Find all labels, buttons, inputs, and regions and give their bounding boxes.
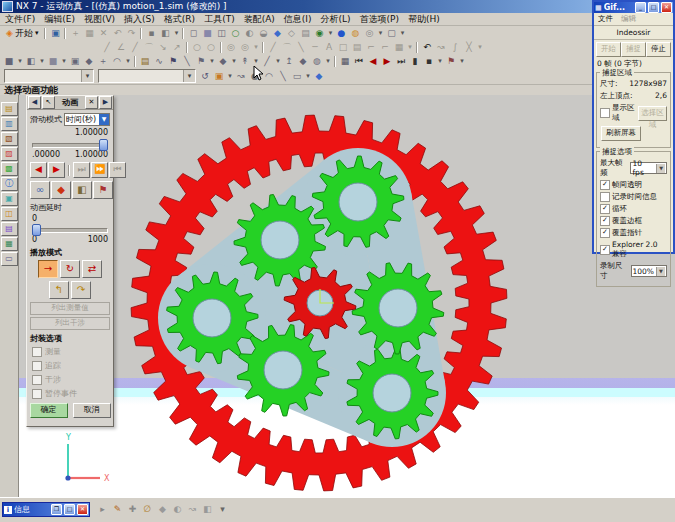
toolbar-icon[interactable]: ◆ [83, 55, 96, 67]
play-loop-icon[interactable]: ↻ [60, 260, 80, 278]
toolbar-icon[interactable]: ▾ [377, 27, 384, 39]
marker-icon[interactable]: ⚑ [93, 181, 113, 199]
maximize-button[interactable]: □ [648, 2, 659, 13]
toolbar-icon[interactable]: ▾ [305, 70, 312, 82]
system-materials-icon[interactable]: ◫ [1, 207, 18, 221]
refresh-screen-button[interactable]: 刷新屏幕 [601, 126, 641, 141]
taskbar-icon[interactable]: ◐ [171, 503, 184, 516]
pause-icon[interactable]: ▮ [409, 55, 422, 67]
toolbar-icon[interactable]: ▾ [209, 55, 216, 67]
toolbar-icon[interactable]: ─ [309, 41, 322, 53]
toolbar-icon[interactable]: ▦ [83, 27, 96, 39]
toolbar-icon[interactable]: ╳ [463, 41, 476, 53]
toolbar-icon[interactable]: ◆ [297, 55, 310, 67]
taskbar-icon[interactable]: ↝ [186, 503, 199, 516]
package-option-checkbox[interactable]: 干涉 [32, 374, 110, 385]
toolbar-icon[interactable]: ▤ [351, 41, 364, 53]
toolbar-icon[interactable]: ▾ [327, 27, 334, 39]
toolbar-icon[interactable]: ⚑ [167, 55, 180, 67]
toolbar-icon[interactable]: ▢ [385, 27, 398, 39]
spreadsheet-run-icon[interactable]: ↷ [71, 281, 91, 299]
toolbar-icon[interactable]: □ [337, 41, 350, 53]
taskbar-icon[interactable]: ▸ [96, 503, 109, 516]
info-window-minimized[interactable]: i 信息 ❐ □ ✕ [2, 502, 90, 517]
list-interference-button[interactable]: 列出干涉 [30, 317, 110, 330]
toolbar-icon[interactable]: ▾ [231, 55, 238, 67]
toolbar-icon[interactable]: ╱ [261, 55, 274, 67]
toolbar-icon[interactable]: ▦ [393, 41, 406, 53]
toolbar-icon[interactable]: ⌒ [143, 41, 156, 53]
toolbar-icon[interactable]: ╱ [129, 41, 142, 53]
pointer-icon[interactable]: ↖ [42, 96, 55, 109]
step-forward-icon[interactable]: ⏭ [73, 162, 90, 178]
toolbar-icon[interactable]: ▾ [459, 55, 466, 67]
chain-icon[interactable]: ∞ [30, 181, 50, 199]
go-last-icon[interactable]: ⏭ [395, 55, 408, 67]
menu-item[interactable]: 工具(T) [204, 13, 235, 26]
toolbar-icon[interactable]: ▤ [139, 55, 152, 67]
toolbar-icon[interactable]: ◎ [239, 41, 252, 53]
toolbar-icon[interactable]: ◠ [263, 70, 276, 82]
toolbar-icon[interactable]: ↟ [239, 55, 252, 67]
reuse-library-icon[interactable]: ▨ [1, 147, 18, 161]
toolbar-icon[interactable]: ∫ [449, 41, 462, 53]
fast-forward-icon[interactable]: ⏩ [91, 162, 108, 178]
go-first-icon[interactable]: ⏮ [353, 55, 366, 67]
toolbar-icon[interactable]: ◒ [257, 27, 270, 39]
assembly-navigator-icon[interactable]: ▤ [1, 102, 18, 116]
toolbar-icon[interactable]: ▾ [407, 41, 414, 53]
close-button[interactable]: ✕ [77, 504, 88, 515]
menu-item[interactable]: 信息(I) [284, 13, 312, 26]
toolbar-icon[interactable]: ◍ [311, 55, 324, 67]
process-studio-icon[interactable]: ▤ [1, 222, 18, 236]
slide-mode-select[interactable]: 时间(秒) ▼ [64, 113, 110, 126]
capture-option-checkbox[interactable]: ✓覆盖边框 [600, 216, 667, 226]
capture-option-checkbox[interactable]: 记录时间信息 [600, 192, 667, 202]
toolbar-icon[interactable]: ↺ [199, 70, 212, 82]
cancel-button[interactable]: 取消 [73, 403, 111, 418]
toolbar-icon[interactable]: ▾ [253, 41, 260, 53]
toolbar-icon[interactable]: ● [335, 27, 348, 39]
toolbar-icon[interactable]: ○ [205, 41, 218, 53]
toolbar-icon[interactable]: ▾ [125, 55, 132, 67]
time-slider-thumb[interactable] [99, 139, 108, 151]
toolbar-icon[interactable]: ◐ [243, 27, 256, 39]
part-navigator-icon[interactable]: ▧ [1, 132, 18, 146]
close-button[interactable]: ✕ [661, 2, 672, 13]
toolbar-icon[interactable]: ○ [229, 27, 242, 39]
menu-item[interactable]: 装配(A) [244, 13, 275, 26]
constraint-navigator-icon[interactable]: ▥ [1, 117, 18, 131]
toolbar-icon[interactable]: ◎ [225, 41, 238, 53]
gif-capture-button[interactable]: 捕捉 [621, 42, 646, 57]
toolbar-icon[interactable]: ⚑ [445, 55, 458, 67]
delay-slider-thumb[interactable] [32, 224, 41, 236]
select-area-button[interactable]: 选择区域 [638, 106, 667, 121]
toolbar-icon[interactable]: ■ [3, 55, 16, 67]
toolbar-icon[interactable]: ▾ [477, 41, 484, 53]
toolbar-icon[interactable]: ✕ [97, 27, 110, 39]
toolbar-icon[interactable]: ╱ [267, 41, 280, 53]
close-dialog-button[interactable]: ✕ [85, 96, 98, 109]
time-slider[interactable] [32, 139, 108, 149]
text-icon[interactable]: A [323, 41, 336, 53]
toolbar-icon[interactable]: ↝ [235, 70, 248, 82]
snap-icon[interactable]: ▣ [213, 70, 226, 82]
capture-option-checkbox[interactable]: ✓循环 [600, 204, 667, 214]
toolbar-icon[interactable]: ＋ [97, 55, 110, 67]
toolbar-icon[interactable]: ⌒ [281, 41, 294, 53]
toolbar-icon[interactable]: ↘ [157, 41, 170, 53]
toolbar-icon[interactable]: ▾ [39, 55, 46, 67]
toolbar-icon[interactable]: ■ [201, 27, 214, 39]
toolbar-icon[interactable]: ◧ [159, 27, 172, 39]
undo-icon[interactable]: ↶ [111, 27, 124, 39]
package-option-checkbox[interactable]: 暂停事件 [32, 388, 110, 399]
menu-item[interactable]: 首选项(P) [360, 13, 399, 26]
menu-item[interactable]: 格式(R) [164, 13, 195, 26]
menu-item[interactable]: 视图(V) [84, 13, 115, 26]
roles-icon[interactable]: ▭ [1, 252, 18, 266]
toolbar-icon[interactable]: ↶ [421, 41, 434, 53]
record-size-select[interactable]: 100% ▼ [631, 265, 667, 277]
minimize-button[interactable]: _ [635, 2, 646, 13]
gif-menu-item[interactable]: 编辑 [621, 14, 636, 24]
toolbar-icon[interactable]: ◆ [271, 27, 284, 39]
